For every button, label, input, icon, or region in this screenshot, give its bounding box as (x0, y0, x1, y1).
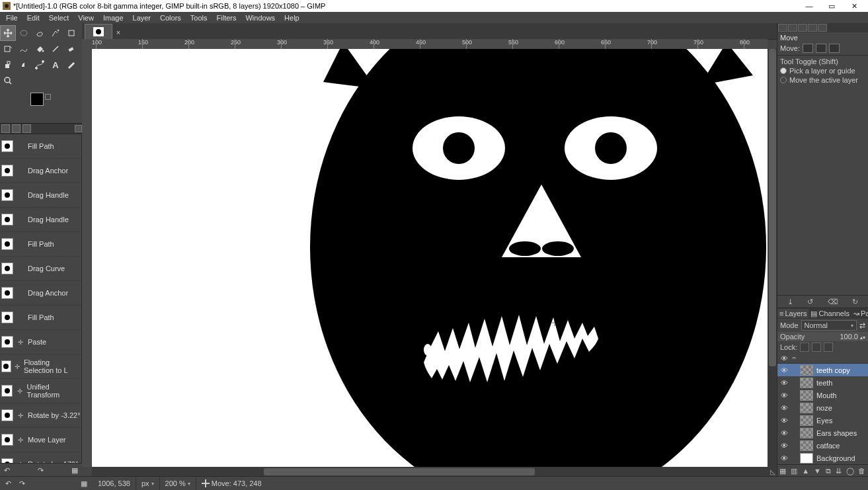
clone-tool[interactable] (0, 57, 16, 73)
layer-row[interactable]: 👁catface (777, 439, 868, 452)
lock-pixels-icon[interactable] (800, 343, 809, 352)
new-layer-icon[interactable]: ▦ (779, 467, 786, 475)
lock-position-icon[interactable] (812, 343, 821, 352)
lock-alpha-icon[interactable] (824, 343, 833, 352)
menu-select[interactable]: Select (45, 13, 75, 22)
move-tool[interactable] (0, 25, 16, 41)
visibility-icon[interactable]: 👁 (780, 454, 788, 462)
layer-row[interactable]: 👁Ears shapes (777, 427, 868, 439)
eraser-tool[interactable] (63, 41, 79, 57)
menu-windows[interactable]: Windows (241, 13, 280, 22)
undo-item[interactable]: Drag Handle (0, 183, 81, 208)
device-status-tab-icon[interactable] (788, 24, 797, 32)
duplicate-layer-icon[interactable]: ⧉ (826, 467, 831, 475)
undo-item[interactable]: Fill Path (0, 306, 81, 330)
visibility-icon[interactable]: 👁 (780, 366, 788, 374)
visibility-icon[interactable]: 👁 (780, 429, 788, 437)
clear-history-icon[interactable]: ▦ (71, 466, 78, 475)
unit-select[interactable]: px ▾ (136, 477, 160, 490)
swap-colors-icon[interactable] (45, 94, 51, 100)
tool-options-tabs[interactable] (777, 23, 868, 32)
visibility-icon[interactable]: 👁 (780, 442, 788, 450)
sb-icon3[interactable]: ▦ (81, 479, 87, 488)
undo-item[interactable]: ✛Rotate by -3.22° (0, 403, 81, 428)
sb-icon1[interactable]: ↶ (5, 479, 11, 488)
fuzzy-select-tool[interactable] (48, 25, 63, 41)
bucket-fill-tool[interactable] (32, 41, 48, 57)
layers-panel-tabs[interactable]: ≡Layers ▤Channels ↝Paths (777, 308, 868, 319)
layers-tab[interactable]: ≡Layers (777, 309, 809, 318)
undo-icon[interactable]: ↶ (4, 466, 10, 475)
icon-tab3[interactable] (798, 24, 807, 32)
layer-row[interactable]: 👁Background (777, 452, 868, 464)
delete-layer-icon[interactable]: 🗑 (858, 467, 865, 475)
sb-icon2[interactable]: ↷ (19, 479, 25, 488)
undo-history-tabs[interactable] (0, 123, 82, 134)
canvas-viewport[interactable] (92, 49, 768, 467)
free-select-tool[interactable] (32, 25, 48, 41)
undo-item[interactable]: Drag Anchor (0, 281, 81, 306)
undo-item[interactable]: Drag Anchor (0, 159, 81, 183)
ellipse-select-tool[interactable] (16, 25, 32, 41)
vertical-scrollbar[interactable] (768, 49, 777, 467)
menu-tools[interactable]: Tools (186, 13, 213, 22)
maximize-button[interactable]: ▭ (820, 0, 843, 12)
layers-list[interactable]: 👁teeth copy👁teeth👁Mouth👁noze👁Eyes👁Ears s… (777, 364, 868, 464)
tab-close-icon[interactable]: × (114, 26, 123, 39)
tool-options-tab-icon[interactable] (778, 24, 787, 32)
channels-tab[interactable]: ▤Channels (809, 309, 851, 319)
menu-file[interactable]: File (2, 13, 23, 22)
menu-colors[interactable]: Colors (156, 13, 186, 22)
image-tab[interactable] (85, 24, 112, 39)
menu-filters[interactable]: Filters (213, 13, 242, 22)
horizontal-ruler[interactable]: 1001502002503003504004505005506006507007… (92, 39, 768, 50)
undo-item[interactable]: ✛Floating Selection to L (0, 354, 81, 379)
icon-tab4[interactable] (808, 24, 817, 32)
layer-row[interactable]: 👁teeth (777, 376, 868, 389)
menu-view[interactable]: View (74, 13, 99, 22)
new-group-icon[interactable]: ▥ (791, 467, 797, 475)
minimize-button[interactable]: — (798, 0, 820, 12)
layer-row[interactable]: 👁Eyes (777, 414, 868, 427)
paths-tool[interactable] (32, 57, 48, 73)
vertical-ruler[interactable] (82, 49, 93, 467)
undo-item[interactable]: Drag Handle (0, 208, 81, 232)
move-mode-path-icon[interactable] (829, 44, 840, 53)
undo-item[interactable]: Fill Path (0, 134, 81, 159)
delete-options-icon[interactable]: ⌫ (828, 298, 838, 306)
merge-down-icon[interactable]: ⇊ (836, 467, 842, 475)
menu-bar[interactable]: FileEditSelectViewImageLayerColorsToolsF… (0, 12, 868, 23)
patterns-tab-icon[interactable] (12, 124, 20, 133)
blend-mode-select[interactable]: Normal▾ (801, 320, 857, 331)
reset-options-icon[interactable]: ↻ (852, 298, 858, 306)
lower-layer-icon[interactable]: ▼ (814, 467, 821, 475)
visibility-icon[interactable]: 👁 (780, 391, 788, 399)
zoom-select[interactable]: 200 % ▾ (160, 477, 196, 490)
menu-help[interactable]: Help (280, 13, 305, 22)
crop-tool[interactable] (63, 25, 79, 41)
transform-tool[interactable] (0, 41, 16, 57)
nav-corner-icon[interactable]: ◺ (768, 467, 777, 477)
visibility-icon[interactable]: 👁 (780, 417, 788, 425)
eye-icon[interactable]: 👁 (780, 354, 788, 362)
warp-tool[interactable] (16, 41, 32, 57)
scrollbar-thumb[interactable] (264, 468, 535, 475)
radio-pick[interactable] (780, 67, 787, 74)
mask-icon[interactable]: ◯ (846, 467, 854, 475)
scrollbar-thumb[interactable] (769, 49, 776, 366)
visibility-icon[interactable]: 👁 (780, 404, 788, 412)
undo-item[interactable]: ✛Rotate by -179° (0, 452, 81, 463)
close-button[interactable]: ✕ (843, 0, 865, 12)
undo-item[interactable]: ✛Move Layer (0, 428, 81, 452)
text-tool[interactable]: A (48, 57, 63, 73)
undo-history-list[interactable]: Fill PathDrag AnchorDrag HandleDrag Hand… (0, 134, 82, 463)
restore-options-icon[interactable]: ↺ (807, 298, 813, 306)
canvas[interactable] (92, 49, 768, 467)
mode-switch-icon[interactable]: ⇄ (859, 321, 865, 330)
image-tabs[interactable]: × (82, 23, 777, 40)
paths-tab[interactable]: ↝Paths (851, 309, 868, 319)
color-swatches[interactable] (30, 93, 82, 119)
menu-edit[interactable]: Edit (23, 13, 45, 22)
tab-menu-icon[interactable] (75, 125, 82, 132)
smudge-tool[interactable] (16, 57, 32, 73)
